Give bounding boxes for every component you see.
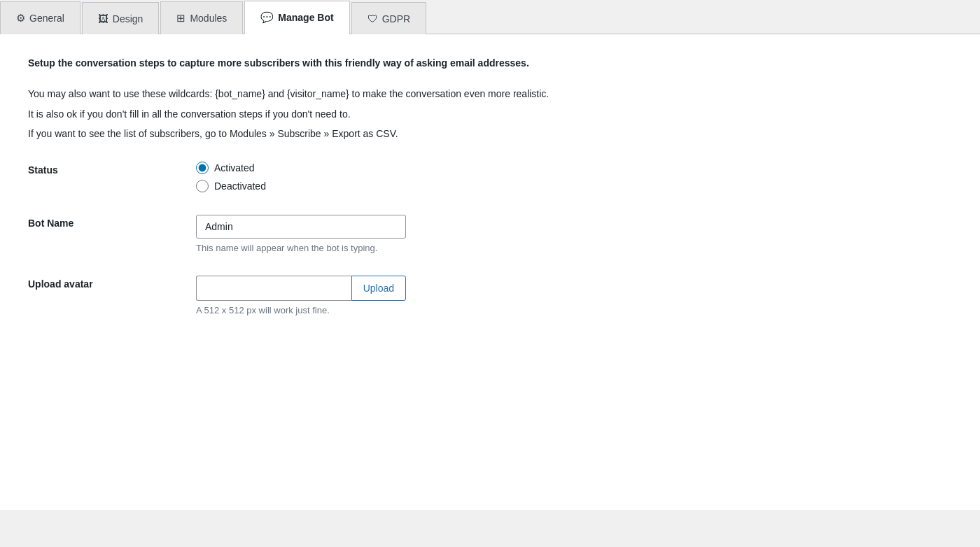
description-block: Setup the conversation steps to capture … bbox=[28, 55, 952, 142]
bot-name-input[interactable] bbox=[196, 215, 406, 239]
radio-activated-label: Activated bbox=[214, 162, 255, 173]
tab-bar: ⚙ General 🖼 Design ⊞ Modules 💬 Manage Bo… bbox=[0, 0, 980, 34]
general-icon: ⚙ bbox=[16, 12, 25, 24]
upload-avatar-row: Upload avatar Upload A 512 x 512 px will… bbox=[28, 276, 952, 315]
manage-bot-icon: 💬 bbox=[260, 11, 274, 24]
radio-deactivated[interactable]: Deactivated bbox=[196, 180, 616, 192]
tab-design[interactable]: 🖼 Design bbox=[82, 2, 160, 34]
tab-manage-bot-label: Manage Bot bbox=[278, 12, 333, 23]
page-wrapper: ⚙ General 🖼 Design ⊞ Modules 💬 Manage Bo… bbox=[0, 0, 980, 547]
tab-manage-bot[interactable]: 💬 Manage Bot bbox=[244, 1, 349, 34]
upload-avatar-label: Upload avatar bbox=[28, 276, 182, 290]
tab-design-label: Design bbox=[113, 13, 144, 24]
status-row: Status Activated Deactivated bbox=[28, 162, 952, 192]
tab-general-label: General bbox=[29, 13, 64, 24]
radio-deactivated-label: Deactivated bbox=[214, 180, 266, 192]
modules-icon: ⊞ bbox=[176, 12, 186, 24]
upload-avatar-input[interactable] bbox=[196, 276, 351, 301]
tab-gdpr[interactable]: 🛡 GDPR bbox=[351, 2, 426, 34]
upload-button[interactable]: Upload bbox=[351, 276, 406, 301]
radio-activated-input[interactable] bbox=[196, 162, 209, 174]
description-line3: It is also ok if you don't fill in all t… bbox=[28, 106, 952, 122]
upload-avatar-hint: A 512 x 512 px will work just fine. bbox=[196, 305, 616, 315]
radio-deactivated-input[interactable] bbox=[196, 180, 209, 192]
gdpr-icon: 🛡 bbox=[368, 13, 378, 24]
status-control: Activated Deactivated bbox=[196, 162, 616, 192]
content-area: Setup the conversation steps to capture … bbox=[0, 34, 980, 510]
description-line4: If you want to see the list of subscribe… bbox=[28, 126, 952, 141]
radio-activated[interactable]: Activated bbox=[196, 162, 616, 174]
bot-name-control: This name will appear when the bot is ty… bbox=[196, 215, 616, 253]
bot-name-label: Bot Name bbox=[28, 215, 182, 229]
description-line1: Setup the conversation steps to capture … bbox=[28, 55, 952, 71]
description-line2: You may also want to use these wildcards… bbox=[28, 86, 952, 101]
bot-name-hint: This name will appear when the bot is ty… bbox=[196, 243, 616, 253]
tab-modules-label: Modules bbox=[190, 13, 227, 24]
design-icon: 🖼 bbox=[98, 13, 108, 24]
upload-group: Upload bbox=[196, 276, 406, 301]
upload-avatar-control: Upload A 512 x 512 px will work just fin… bbox=[196, 276, 616, 315]
tab-modules[interactable]: ⊞ Modules bbox=[160, 1, 243, 34]
radio-group-status: Activated Deactivated bbox=[196, 162, 616, 192]
form-section: Status Activated Deactivated bbox=[28, 162, 952, 315]
tab-gdpr-label: GDPR bbox=[382, 13, 410, 24]
status-label: Status bbox=[28, 162, 182, 176]
bot-name-row: Bot Name This name will appear when the … bbox=[28, 215, 952, 253]
tab-general[interactable]: ⚙ General bbox=[0, 1, 80, 34]
